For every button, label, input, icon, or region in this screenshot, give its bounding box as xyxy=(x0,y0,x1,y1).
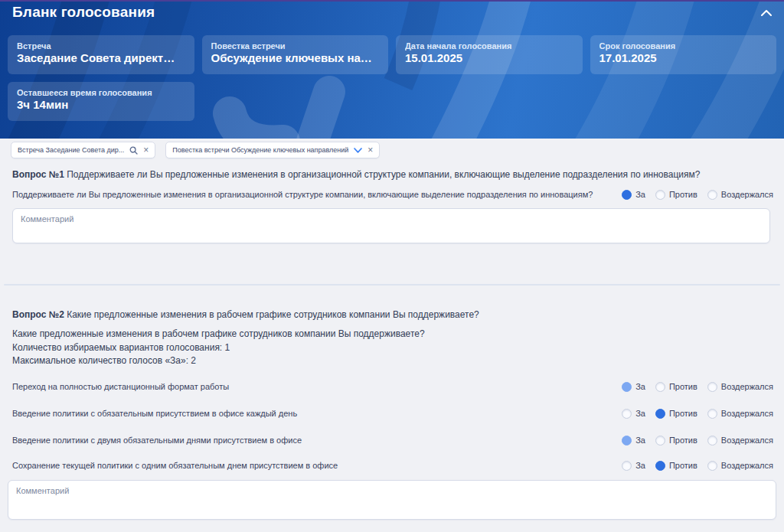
radio-label: За xyxy=(635,436,645,445)
question-2-description: Какие предложенные изменения в рабочем г… xyxy=(12,328,625,368)
info-card-value: 3ч 14мин xyxy=(17,98,185,111)
radio-circle[interactable] xyxy=(622,461,632,471)
info-card-label: Встреча xyxy=(17,41,185,51)
radio-label: Воздержался xyxy=(721,461,773,470)
question-text: Какие предложенные изменения в рабочем г… xyxy=(67,309,479,320)
radio-label: Против xyxy=(669,382,697,391)
radio-option-за[interactable]: За xyxy=(622,382,645,392)
radio-circle[interactable] xyxy=(622,409,632,419)
question-description-line: Какие предложенные изменения в рабочем г… xyxy=(12,328,625,341)
radio-circle[interactable] xyxy=(655,190,665,200)
radio-option-воздержался[interactable]: Воздержался xyxy=(707,409,773,419)
radio-option-против[interactable]: Против xyxy=(655,461,697,471)
vote-option-row: Переход на полностью дистанционный форма… xyxy=(12,380,773,393)
page-title: Бланк голосования xyxy=(12,4,155,21)
radio-circle[interactable] xyxy=(655,436,665,446)
filter-chip[interactable]: Повестка встречи Обсуждение ключевых нап… xyxy=(165,142,380,158)
close-icon[interactable]: × xyxy=(143,145,149,155)
radio-group: ЗаПротивВоздержался xyxy=(622,382,773,392)
radio-option-за[interactable]: За xyxy=(622,461,645,471)
radio-label: За xyxy=(635,190,645,199)
radio-label: За xyxy=(635,461,645,470)
radio-label: Воздержался xyxy=(721,409,773,418)
voting-ballot-page: Бланк голосования ВстречаЗаседание Совет… xyxy=(0,0,784,532)
radio-circle[interactable] xyxy=(622,190,632,200)
question-1-title: Вопрос №1 Поддерживаете ли Вы предложенн… xyxy=(12,169,772,180)
info-card-label: Оставшееся время голосования xyxy=(17,88,185,97)
window-top-edge xyxy=(0,0,784,2)
radio-option-воздержался[interactable]: Воздержался xyxy=(707,436,773,446)
info-card: ВстречаЗаседание Совета директ… xyxy=(8,35,194,74)
radio-option-за[interactable]: За xyxy=(622,190,645,200)
radio-circle[interactable] xyxy=(707,190,717,200)
header-info-cards: ВстречаЗаседание Совета директ…Повестка … xyxy=(8,35,776,74)
vote-option-label: Введение политики с обязательным присутс… xyxy=(12,409,297,418)
info-card-label: Повестка встречи xyxy=(211,41,380,51)
radio-group: ЗаПротивВоздержался xyxy=(622,190,773,200)
info-card-value: Заседание Совета директ… xyxy=(17,51,185,64)
info-card-value: 15.01.2025 xyxy=(405,51,573,64)
collapse-button[interactable] xyxy=(758,6,775,20)
radio-circle[interactable] xyxy=(707,382,717,392)
radio-circle[interactable] xyxy=(655,382,665,392)
info-card-label: Срок голосования xyxy=(599,41,768,51)
info-card: Дата начала голосования15.01.2025 xyxy=(396,35,583,74)
question-text: Поддерживаете ли Вы предложенные изменен… xyxy=(67,169,700,180)
radio-label: Воздержался xyxy=(721,190,773,199)
close-icon[interactable]: × xyxy=(368,145,373,155)
radio-group: ЗаПротивВоздержался xyxy=(622,409,773,419)
section-divider xyxy=(4,284,780,286)
question-number: Вопрос №1 xyxy=(12,169,64,180)
vote-option-label: Поддерживаете ли Вы предложенные изменен… xyxy=(12,190,593,199)
filter-chip[interactable]: Встреча Заседание Совета дир...× xyxy=(11,142,155,158)
radio-circle[interactable] xyxy=(707,461,717,471)
radio-label: За xyxy=(635,382,645,391)
radio-group: ЗаПротивВоздержался xyxy=(622,461,773,471)
info-card: Срок голосования17.01.2025 xyxy=(590,35,777,74)
radio-label: Против xyxy=(669,436,697,445)
info-card-value: Обсуждение ключевых на… xyxy=(211,51,380,64)
info-card-value: 17.01.2025 xyxy=(599,51,768,64)
info-card-label: Дата начала голосования xyxy=(405,41,573,51)
radio-option-за[interactable]: За xyxy=(622,436,645,446)
radio-label: За xyxy=(635,409,645,418)
filter-chip-text: Встреча Заседание Совета дир... xyxy=(18,146,124,154)
radio-circle[interactable] xyxy=(622,382,632,392)
info-card-remaining-time: Оставшееся время голосования 3ч 14мин xyxy=(8,82,194,121)
radio-circle[interactable] xyxy=(707,409,717,419)
vote-option-row: Введение политики с обязательным присутс… xyxy=(12,406,773,420)
radio-label: Против xyxy=(669,190,697,199)
question-2-title: Вопрос №2 Какие предложенные изменения в… xyxy=(12,309,772,320)
comment-textarea[interactable] xyxy=(8,480,776,520)
radio-circle[interactable] xyxy=(622,436,632,446)
radio-option-против[interactable]: Против xyxy=(655,190,697,200)
chevron-up-icon xyxy=(761,10,772,16)
radio-group: ЗаПротивВоздержался xyxy=(622,436,773,446)
remaining-time-row: Оставшееся время голосования 3ч 14мин xyxy=(8,82,194,121)
radio-option-за[interactable]: За xyxy=(622,409,645,419)
radio-label: Воздержался xyxy=(721,436,773,445)
radio-option-против[interactable]: Против xyxy=(655,409,697,419)
chevron-down-icon xyxy=(354,148,362,153)
radio-circle[interactable] xyxy=(655,409,665,419)
vote-option-label: Введение политики с двумя обязательными … xyxy=(12,436,302,445)
radio-option-воздержался[interactable]: Воздержался xyxy=(707,382,773,392)
search-icon xyxy=(129,146,138,155)
radio-circle[interactable] xyxy=(655,461,665,471)
radio-circle[interactable] xyxy=(707,436,717,446)
ballot-header: Бланк голосования ВстречаЗаседание Совет… xyxy=(0,0,784,139)
filter-chip-text: Повестка встречи Обсуждение ключевых нап… xyxy=(172,146,348,154)
radio-option-воздержался[interactable]: Воздержался xyxy=(707,190,773,200)
question-number: Вопрос №2 xyxy=(12,309,64,320)
filter-chips: Встреча Заседание Совета дир...×Повестка… xyxy=(11,142,380,158)
vote-option-row: Поддерживаете ли Вы предложенные изменен… xyxy=(12,188,773,201)
radio-label: Против xyxy=(669,461,697,470)
radio-option-против[interactable]: Против xyxy=(655,382,697,392)
radio-option-против[interactable]: Против xyxy=(655,436,697,446)
vote-option-label: Переход на полностью дистанционный форма… xyxy=(12,382,229,391)
radio-option-воздержался[interactable]: Воздержался xyxy=(707,461,773,471)
radio-label: Против xyxy=(669,409,697,418)
comment-textarea[interactable] xyxy=(12,208,770,243)
vote-option-row: Сохранение текущей политики с одним обяз… xyxy=(12,459,773,472)
info-card: Повестка встречиОбсуждение ключевых на… xyxy=(202,35,389,74)
